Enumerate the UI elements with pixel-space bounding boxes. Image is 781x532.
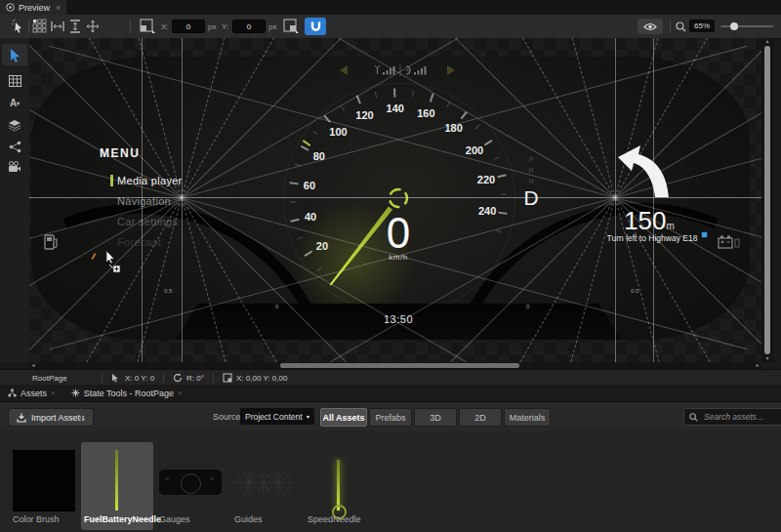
- tool-layers[interactable]: [2, 114, 27, 136]
- app-window: Preview × X: px Y: px: [0, 0, 781, 532]
- canvas-toolbar: X: px Y: px 65%: [0, 15, 781, 39]
- center-distribute-icon[interactable]: [86, 20, 100, 33]
- status-position: X: 0 Y: 0: [111, 373, 154, 383]
- zoom-slider-knob[interactable]: [730, 22, 738, 30]
- status-coordinates: X: 0,00 Y: 0,00: [223, 373, 287, 383]
- layers-icon: [8, 119, 21, 132]
- search-icon: [689, 413, 698, 422]
- asset-thumb-speedneedle[interactable]: [337, 460, 340, 511]
- tab-assets[interactable]: Assets ×: [0, 385, 63, 401]
- asset-tile-fuelbatteryneedle-selected[interactable]: FuelBatteryNeedle: [81, 442, 153, 530]
- magnet-icon: [309, 20, 322, 33]
- mouse-cursor-copy-icon: [105, 250, 127, 273]
- toolbar-separator: [130, 20, 131, 33]
- design-canvas[interactable]: MENU Media player Navigation Car setting…: [29, 38, 761, 362]
- search-input[interactable]: [702, 411, 774, 423]
- asset-thumb-color-brush[interactable]: [13, 450, 75, 512]
- zoom-slider[interactable]: [720, 25, 773, 27]
- import-icon: [17, 413, 26, 423]
- turn-left-arrow-icon: [618, 145, 669, 197]
- visibility-button[interactable]: [637, 19, 663, 34]
- tool-camera[interactable]: [2, 156, 27, 178]
- source-label: Source: [213, 412, 241, 422]
- distribute-horizontal-icon[interactable]: [51, 20, 64, 32]
- text-tool-icon: A▾: [10, 99, 20, 108]
- status-separator: [213, 373, 214, 383]
- assets-toolbar: Import Assets Source Project Content ▾ A…: [0, 401, 781, 431]
- asset-label-gauges: Gauges: [159, 514, 190, 524]
- assets-search-field[interactable]: [683, 408, 781, 426]
- speed-unit: km/h: [340, 253, 457, 262]
- filter-materials[interactable]: Materials: [504, 408, 551, 427]
- filter-prefabs[interactable]: Prefabs: [369, 408, 412, 427]
- y-position-label: Y:: [222, 22, 228, 31]
- rotate-icon: [173, 373, 183, 383]
- snap-toggle-button[interactable]: [305, 18, 326, 35]
- asset-label-color-brush: Color Brush: [13, 514, 60, 524]
- asset-thumb-guides[interactable]: [234, 471, 293, 495]
- tab-state-tools[interactable]: State Tools - RootPage ×: [63, 385, 190, 401]
- instrument-cluster-artboard[interactable]: MENU Media player Navigation Car setting…: [31, 57, 750, 340]
- camera-icon: [8, 161, 21, 173]
- scroll-down-icon[interactable]: ▾: [761, 355, 773, 362]
- gauges-thumb-dial: [181, 473, 201, 494]
- anchor-dock-icon[interactable]: [140, 19, 155, 33]
- tab-preview[interactable]: Preview ×: [0, 0, 66, 15]
- connections-icon: [9, 141, 21, 153]
- state-tools-tab-icon: [71, 389, 80, 397]
- table-icon: [9, 75, 21, 87]
- tools-sidebar: A▾: [0, 38, 29, 362]
- canvas-status-bar: RootPage X: 0 Y: 0 R: 0° X: 0,00 Y: 0,00: [0, 369, 781, 386]
- current-page-name[interactable]: RootPage: [32, 374, 93, 383]
- asset-thumb-fuelbatteryneedle: [115, 450, 118, 511]
- tool-connections[interactable]: [2, 136, 27, 157]
- asset-label-fuelbatteryneedle: FuelBatteryNeedle: [84, 514, 161, 524]
- guide-handle[interactable]: [701, 231, 708, 238]
- status-rotation: R: 0°: [173, 373, 204, 383]
- grid-arrange-icon[interactable]: [32, 19, 47, 33]
- cluster-bottom-band: 13:50: [176, 304, 621, 340]
- status-separator: [163, 373, 164, 383]
- layout-icon[interactable]: [283, 19, 299, 33]
- eye-icon: [643, 22, 657, 31]
- vertical-scroll-thumb[interactable]: [764, 46, 770, 354]
- needle-pivot-icon: [386, 185, 410, 210]
- tab-preview-close-icon[interactable]: ×: [56, 3, 61, 13]
- distribute-vertical-icon[interactable]: [69, 20, 81, 33]
- dropdown-caret-icon: ▾: [307, 413, 309, 420]
- x-unit-label: px: [208, 22, 216, 31]
- tool-text[interactable]: A▾: [2, 93, 27, 114]
- clock: 13:50: [176, 313, 621, 325]
- filter-3d[interactable]: 3D: [414, 408, 457, 427]
- pointer-click-icon[interactable]: [11, 19, 25, 34]
- top-tab-strip: Preview ×: [0, 0, 781, 15]
- x-position-label: X:: [161, 22, 169, 31]
- y-position-input[interactable]: [232, 20, 266, 33]
- scroll-left-icon[interactable]: ◂: [29, 362, 37, 369]
- position-icon: [111, 373, 121, 383]
- gear-p: P: [524, 154, 538, 165]
- zoom-level-value[interactable]: 65%: [689, 20, 715, 32]
- asset-label-speedneedle: SpeedNeedle: [308, 514, 361, 524]
- filter-2d[interactable]: 2D: [459, 408, 502, 427]
- gear-options: P R N: [524, 154, 538, 186]
- toolbar-separator: [670, 20, 671, 33]
- scroll-up-icon[interactable]: ▴: [761, 38, 773, 45]
- asset-label-guides: Guides: [234, 514, 263, 524]
- toolbar-separator: [28, 20, 29, 33]
- filter-all-assets[interactable]: All Assets: [320, 408, 367, 427]
- source-dropdown[interactable]: Project Content ▾: [240, 408, 314, 425]
- canvas-vertical-scrollbar[interactable]: ▴ ▾: [761, 38, 773, 362]
- tab-state-tools-close-icon[interactable]: ×: [178, 389, 183, 397]
- tab-assets-close-icon[interactable]: ×: [51, 389, 56, 397]
- tool-table[interactable]: [2, 70, 27, 92]
- fuel-pump-icon: [43, 233, 61, 251]
- gauges-thumb-detail: [210, 477, 214, 480]
- tool-select[interactable]: [2, 44, 27, 65]
- scroll-right-icon[interactable]: ▸: [754, 362, 761, 369]
- canvas-horizontal-scrollbar[interactable]: ◂ ▸: [29, 362, 761, 369]
- horizontal-scroll-thumb[interactable]: [280, 363, 519, 368]
- select-arrow-icon: [9, 48, 21, 62]
- asset-thumb-gauges[interactable]: [159, 470, 222, 495]
- x-position-input[interactable]: [172, 20, 205, 33]
